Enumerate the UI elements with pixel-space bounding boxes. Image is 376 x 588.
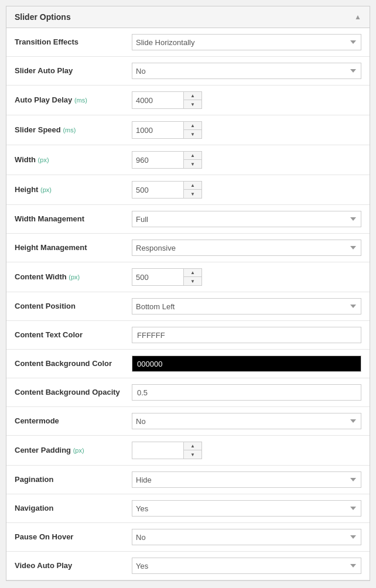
row-width-management: Width ManagementFullFixedResponsive bbox=[6, 205, 370, 234]
spinner-wrap-width: ▲▼ bbox=[132, 151, 202, 169]
control-height-management: ResponsiveFixedAuto bbox=[132, 240, 361, 256]
row-slider-auto-play: Slider Auto PlayNoYes bbox=[6, 57, 370, 86]
row-pagination: PaginationHideShow bbox=[6, 466, 370, 494]
color-input-content-text-color[interactable] bbox=[132, 327, 361, 343]
spinner-up-center-padding[interactable]: ▲ bbox=[184, 442, 201, 450]
row-navigation: NavigationYesNo bbox=[6, 494, 370, 523]
spinner-up-slider-speed[interactable]: ▲ bbox=[184, 122, 201, 130]
row-height: Height (px)▲▼ bbox=[6, 175, 370, 205]
select-navigation[interactable]: YesNo bbox=[132, 500, 361, 517]
row-content-background-color: Content Background Color bbox=[6, 350, 370, 378]
spinner-buttons-height: ▲▼ bbox=[184, 182, 201, 198]
control-pagination: HideShow bbox=[132, 471, 361, 488]
label-video-auto-play: Video Auto Play bbox=[15, 560, 132, 571]
label-main-height: Height bbox=[15, 185, 38, 194]
row-height-management: Height ManagementResponsiveFixedAuto bbox=[6, 234, 370, 262]
spinner-down-content-width[interactable]: ▼ bbox=[184, 277, 201, 285]
label-main-center-padding: Center Padding bbox=[15, 446, 71, 454]
label-slider-speed: Slider Speed (ms) bbox=[15, 125, 132, 135]
spinner-input-auto-play-delay[interactable] bbox=[132, 92, 184, 108]
select-pagination[interactable]: HideShow bbox=[132, 471, 361, 488]
control-content-width: ▲▼ bbox=[132, 268, 361, 286]
spinner-input-slider-speed[interactable] bbox=[132, 122, 184, 138]
row-content-background-opacity: Content Background Opacity bbox=[6, 378, 370, 407]
label-sub-content-width: (px) bbox=[69, 274, 80, 281]
spinner-down-auto-play-delay[interactable]: ▼ bbox=[184, 100, 201, 108]
label-pagination: Pagination bbox=[15, 474, 132, 485]
spinner-wrap-slider-speed: ▲▼ bbox=[132, 121, 202, 139]
row-video-auto-play: Video Auto PlayYesNo bbox=[6, 552, 370, 580]
label-center-padding: Center Padding (px) bbox=[15, 445, 132, 456]
row-content-position: Content PositionBottom LeftBottom RightT… bbox=[6, 292, 370, 321]
label-sub-auto-play-delay: (ms) bbox=[74, 97, 87, 104]
control-width-management: FullFixedResponsive bbox=[132, 211, 361, 227]
row-width: Width (px)▲▼ bbox=[6, 145, 370, 175]
label-main-auto-play-delay: Auto Play Delay bbox=[15, 95, 72, 104]
label-navigation: Navigation bbox=[15, 503, 132, 514]
label-main-width: Width bbox=[15, 155, 36, 164]
label-auto-play-delay: Auto Play Delay (ms) bbox=[15, 95, 132, 105]
control-slider-auto-play: NoYes bbox=[132, 63, 361, 79]
control-content-position: Bottom LeftBottom RightTop LeftTop Right… bbox=[132, 298, 361, 314]
label-width-management: Width Management bbox=[15, 214, 132, 224]
label-sub-width: (px) bbox=[38, 156, 49, 163]
select-transition-effects[interactable]: Slide HorizontallyFadeSlide Vertically bbox=[132, 34, 361, 50]
spinner-down-height[interactable]: ▼ bbox=[184, 190, 201, 198]
control-content-background-color bbox=[132, 355, 361, 372]
select-height-management[interactable]: ResponsiveFixedAuto bbox=[132, 240, 361, 256]
row-slider-speed: Slider Speed (ms)▲▼ bbox=[6, 115, 370, 145]
panel-title: Slider Options bbox=[15, 12, 71, 22]
spinner-down-slider-speed[interactable]: ▼ bbox=[184, 130, 201, 138]
panel-collapse-arrow[interactable]: ▲ bbox=[354, 13, 361, 21]
control-content-text-color bbox=[132, 327, 361, 343]
row-auto-play-delay: Auto Play Delay (ms)▲▼ bbox=[6, 86, 370, 115]
control-transition-effects: Slide HorizontallyFadeSlide Vertically bbox=[132, 34, 361, 50]
control-height: ▲▼ bbox=[132, 181, 361, 199]
spinner-buttons-auto-play-delay: ▲▼ bbox=[184, 92, 201, 108]
label-transition-effects: Transition Effects bbox=[15, 37, 132, 47]
spinner-up-width[interactable]: ▲ bbox=[184, 152, 201, 160]
control-center-padding: ▲▼ bbox=[132, 442, 361, 459]
row-pause-on-hover: Pause On HoverNoYes bbox=[6, 523, 370, 552]
select-video-auto-play[interactable]: YesNo bbox=[132, 558, 361, 574]
row-content-width: Content Width (px)▲▼ bbox=[6, 262, 370, 292]
label-slider-auto-play: Slider Auto Play bbox=[15, 66, 132, 76]
label-height-management: Height Management bbox=[15, 242, 132, 253]
control-video-auto-play: YesNo bbox=[132, 558, 361, 574]
spinner-input-center-padding[interactable] bbox=[132, 442, 184, 459]
select-pause-on-hover[interactable]: NoYes bbox=[132, 529, 361, 545]
spinner-wrap-content-width: ▲▼ bbox=[132, 268, 202, 286]
select-centermode[interactable]: NoYes bbox=[132, 413, 361, 429]
control-pause-on-hover: NoYes bbox=[132, 529, 361, 545]
spinner-buttons-width: ▲▼ bbox=[184, 152, 201, 168]
control-width: ▲▼ bbox=[132, 151, 361, 169]
spinner-up-content-width[interactable]: ▲ bbox=[184, 269, 201, 277]
label-height: Height (px) bbox=[15, 184, 132, 195]
spinner-up-height[interactable]: ▲ bbox=[184, 182, 201, 190]
row-transition-effects: Transition EffectsSlide HorizontallyFade… bbox=[6, 28, 370, 57]
control-content-background-opacity bbox=[132, 384, 361, 401]
spinner-down-width[interactable]: ▼ bbox=[184, 160, 201, 168]
label-content-width: Content Width (px) bbox=[15, 272, 132, 282]
spinner-input-width[interactable] bbox=[132, 152, 184, 168]
rows-container: Transition EffectsSlide HorizontallyFade… bbox=[6, 28, 370, 580]
spinner-buttons-content-width: ▲▼ bbox=[184, 269, 201, 285]
spinner-wrap-height: ▲▼ bbox=[132, 181, 202, 199]
spinner-input-content-width[interactable] bbox=[132, 269, 184, 285]
row-centermode: CentermodeNoYes bbox=[6, 407, 370, 436]
select-slider-auto-play[interactable]: NoYes bbox=[132, 63, 361, 79]
label-content-background-color: Content Background Color bbox=[15, 358, 132, 369]
label-pause-on-hover: Pause On Hover bbox=[15, 532, 132, 542]
select-content-position[interactable]: Bottom LeftBottom RightTop LeftTop Right… bbox=[132, 298, 361, 314]
label-sub-height: (px) bbox=[40, 186, 52, 193]
label-main-content-width: Content Width bbox=[15, 272, 67, 281]
color-input-content-background-color[interactable] bbox=[132, 355, 361, 372]
spinner-down-center-padding[interactable]: ▼ bbox=[184, 450, 201, 459]
select-width-management[interactable]: FullFixedResponsive bbox=[132, 211, 361, 227]
spinner-up-auto-play-delay[interactable]: ▲ bbox=[184, 92, 201, 100]
spinner-input-height[interactable] bbox=[132, 182, 184, 198]
spinner-buttons-slider-speed: ▲▼ bbox=[184, 122, 201, 138]
label-content-background-opacity: Content Background Opacity bbox=[15, 387, 132, 398]
text-input-content-background-opacity[interactable] bbox=[132, 384, 361, 401]
label-centermode: Centermode bbox=[15, 416, 132, 426]
